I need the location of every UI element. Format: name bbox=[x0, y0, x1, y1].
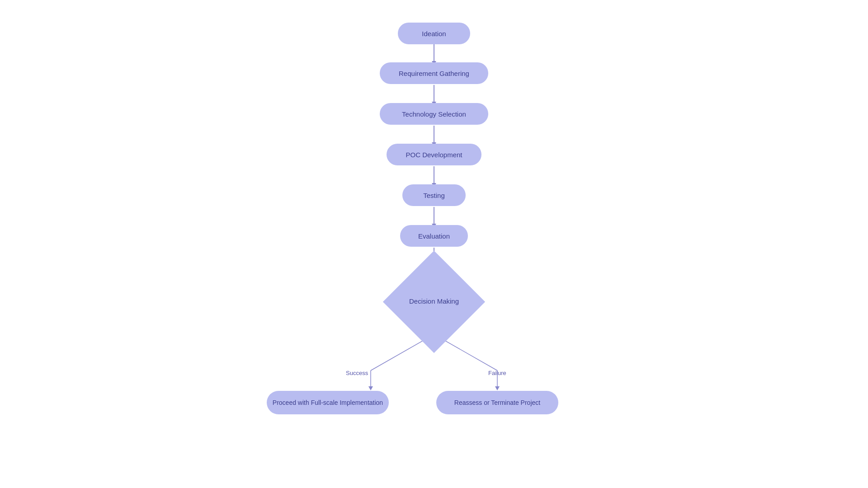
requirement-gathering-node: Requirement Gathering bbox=[380, 62, 488, 84]
svg-marker-17 bbox=[495, 386, 500, 390]
flowchart: Ideation Requirement Gathering Technolog… bbox=[231, 18, 637, 470]
reassess-label: Reassess or Terminate Project bbox=[454, 399, 540, 406]
evaluation-label: Evaluation bbox=[418, 232, 450, 240]
poc-development-label: POC Development bbox=[406, 151, 462, 159]
technology-selection-label: Technology Selection bbox=[402, 110, 466, 118]
requirement-gathering-label: Requirement Gathering bbox=[399, 70, 469, 77]
technology-selection-node: Technology Selection bbox=[380, 103, 488, 125]
testing-label: Testing bbox=[423, 192, 445, 199]
success-label: Success bbox=[346, 370, 368, 376]
failure-label: Failure bbox=[488, 370, 506, 376]
testing-node: Testing bbox=[402, 184, 466, 206]
proceed-label: Proceed with Full-scale Implementation bbox=[273, 399, 383, 406]
decision-making-diamond bbox=[383, 251, 485, 353]
svg-marker-14 bbox=[368, 386, 373, 390]
ideation-node: Ideation bbox=[398, 23, 470, 44]
evaluation-node: Evaluation bbox=[400, 225, 468, 247]
poc-development-node: POC Development bbox=[387, 144, 481, 165]
reassess-node: Reassess or Terminate Project bbox=[436, 391, 558, 414]
ideation-label: Ideation bbox=[422, 30, 446, 38]
proceed-node: Proceed with Full-scale Implementation bbox=[267, 391, 389, 414]
